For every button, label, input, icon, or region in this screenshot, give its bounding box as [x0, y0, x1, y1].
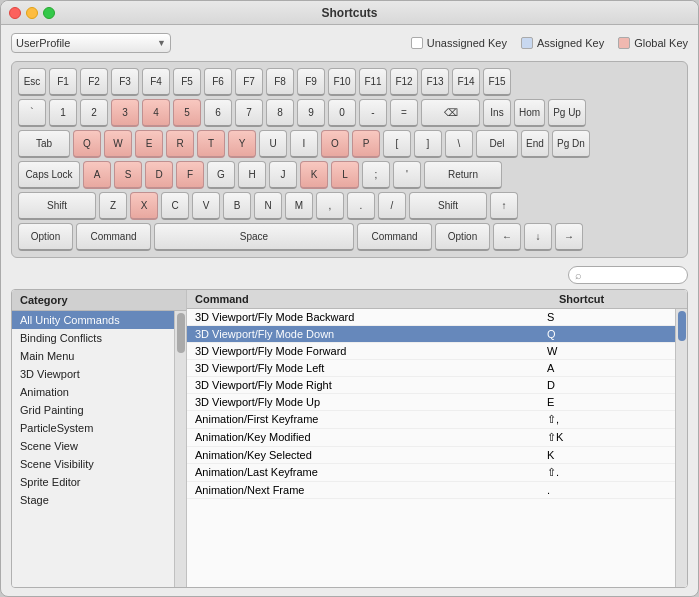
sidebar-item-all-unity-commands[interactable]: All Unity Commands [12, 311, 174, 329]
key-f2[interactable]: F2 [80, 68, 108, 96]
key-s[interactable]: S [114, 161, 142, 189]
key-f9[interactable]: F9 [297, 68, 325, 96]
sidebar-item-grid-painting[interactable]: Grid Painting [12, 401, 174, 419]
key-f15[interactable]: F15 [483, 68, 511, 96]
search-box[interactable]: ⌕ [568, 266, 688, 284]
table-row[interactable]: Animation/Last Keyframe ⇧. [187, 464, 675, 482]
sidebar-item-scene-visibility[interactable]: Scene Visibility [12, 455, 174, 473]
key-f13[interactable]: F13 [421, 68, 449, 96]
key-2[interactable]: 2 [80, 99, 108, 127]
key-p[interactable]: P [352, 130, 380, 158]
table-row[interactable]: 3D Viewport/Fly Mode Down Q [187, 326, 675, 343]
key-3[interactable]: 3 [111, 99, 139, 127]
key-option-right[interactable]: Option [435, 223, 490, 251]
key-left[interactable]: ← [493, 223, 521, 251]
key-b[interactable]: B [223, 192, 251, 220]
key-rbracket[interactable]: ] [414, 130, 442, 158]
table-row[interactable]: Animation/Key Selected K [187, 447, 675, 464]
key-minus[interactable]: - [359, 99, 387, 127]
close-button[interactable] [9, 7, 21, 19]
sidebar-item-animation[interactable]: Animation [12, 383, 174, 401]
key-z[interactable]: Z [99, 192, 127, 220]
table-row[interactable]: Animation/Next Frame . [187, 482, 675, 499]
table-row[interactable]: 3D Viewport/Fly Mode Up E [187, 394, 675, 411]
key-f10[interactable]: F10 [328, 68, 356, 96]
key-right[interactable]: → [555, 223, 583, 251]
key-period[interactable]: . [347, 192, 375, 220]
table-row[interactable]: 3D Viewport/Fly Mode Forward W [187, 343, 675, 360]
key-o[interactable]: O [321, 130, 349, 158]
key-shift-right[interactable]: Shift [409, 192, 487, 220]
key-m[interactable]: M [285, 192, 313, 220]
key-x[interactable]: X [130, 192, 158, 220]
key-f4[interactable]: F4 [142, 68, 170, 96]
key-0[interactable]: 0 [328, 99, 356, 127]
key-y[interactable]: Y [228, 130, 256, 158]
key-f[interactable]: F [176, 161, 204, 189]
key-f3[interactable]: F3 [111, 68, 139, 96]
sidebar-scrollbar[interactable] [174, 311, 186, 587]
key-lbracket[interactable]: [ [383, 130, 411, 158]
key-8[interactable]: 8 [266, 99, 294, 127]
sidebar-item-3d-viewport[interactable]: 3D Viewport [12, 365, 174, 383]
key-esc[interactable]: Esc [18, 68, 46, 96]
key-6[interactable]: 6 [204, 99, 232, 127]
search-input[interactable] [585, 269, 699, 281]
key-return[interactable]: Return [424, 161, 502, 189]
key-f1[interactable]: F1 [49, 68, 77, 96]
key-command-left[interactable]: Command [76, 223, 151, 251]
key-f7[interactable]: F7 [235, 68, 263, 96]
key-f5[interactable]: F5 [173, 68, 201, 96]
key-t[interactable]: T [197, 130, 225, 158]
table-row[interactable]: Animation/Key Modified ⇧K [187, 429, 675, 447]
sidebar-item-scene-view[interactable]: Scene View [12, 437, 174, 455]
key-1[interactable]: 1 [49, 99, 77, 127]
profile-dropdown[interactable]: UserProfile ▼ [11, 33, 171, 53]
sidebar-item-stage[interactable]: Stage [12, 491, 174, 509]
maximize-button[interactable] [43, 7, 55, 19]
key-d[interactable]: D [145, 161, 173, 189]
key-pgdn[interactable]: Pg Dn [552, 130, 590, 158]
key-f6[interactable]: F6 [204, 68, 232, 96]
sidebar-item-particle-system[interactable]: ParticleSystem [12, 419, 174, 437]
key-shift-left[interactable]: Shift [18, 192, 96, 220]
key-del[interactable]: Del [476, 130, 518, 158]
table-row[interactable]: Animation/First Keyframe ⇧, [187, 411, 675, 429]
sidebar-item-sprite-editor[interactable]: Sprite Editor [12, 473, 174, 491]
key-r[interactable]: R [166, 130, 194, 158]
table-row[interactable]: 3D Viewport/Fly Mode Backward S [187, 309, 675, 326]
key-backspace[interactable]: ⌫ [421, 99, 480, 127]
key-c[interactable]: C [161, 192, 189, 220]
key-4[interactable]: 4 [142, 99, 170, 127]
key-7[interactable]: 7 [235, 99, 263, 127]
key-9[interactable]: 9 [297, 99, 325, 127]
key-space[interactable]: Space [154, 223, 354, 251]
key-equals[interactable]: = [390, 99, 418, 127]
commands-scrollbar[interactable] [675, 309, 687, 587]
key-l[interactable]: L [331, 161, 359, 189]
key-capslock[interactable]: Caps Lock [18, 161, 80, 189]
key-ins[interactable]: Ins [483, 99, 511, 127]
sidebar-item-main-menu[interactable]: Main Menu [12, 347, 174, 365]
key-quote[interactable]: ' [393, 161, 421, 189]
key-q[interactable]: Q [73, 130, 101, 158]
key-slash[interactable]: / [378, 192, 406, 220]
key-command-right[interactable]: Command [357, 223, 432, 251]
key-g[interactable]: G [207, 161, 235, 189]
key-i[interactable]: I [290, 130, 318, 158]
key-up[interactable]: ↑ [490, 192, 518, 220]
sidebar-item-binding-conflicts[interactable]: Binding Conflicts [12, 329, 174, 347]
key-5[interactable]: 5 [173, 99, 201, 127]
key-option-left[interactable]: Option [18, 223, 73, 251]
key-j[interactable]: J [269, 161, 297, 189]
key-v[interactable]: V [192, 192, 220, 220]
key-e[interactable]: E [135, 130, 163, 158]
key-tab[interactable]: Tab [18, 130, 70, 158]
key-k[interactable]: K [300, 161, 328, 189]
key-f14[interactable]: F14 [452, 68, 480, 96]
key-n[interactable]: N [254, 192, 282, 220]
table-row[interactable]: 3D Viewport/Fly Mode Right D [187, 377, 675, 394]
key-a[interactable]: A [83, 161, 111, 189]
key-pgup[interactable]: Pg Up [548, 99, 586, 127]
key-f8[interactable]: F8 [266, 68, 294, 96]
